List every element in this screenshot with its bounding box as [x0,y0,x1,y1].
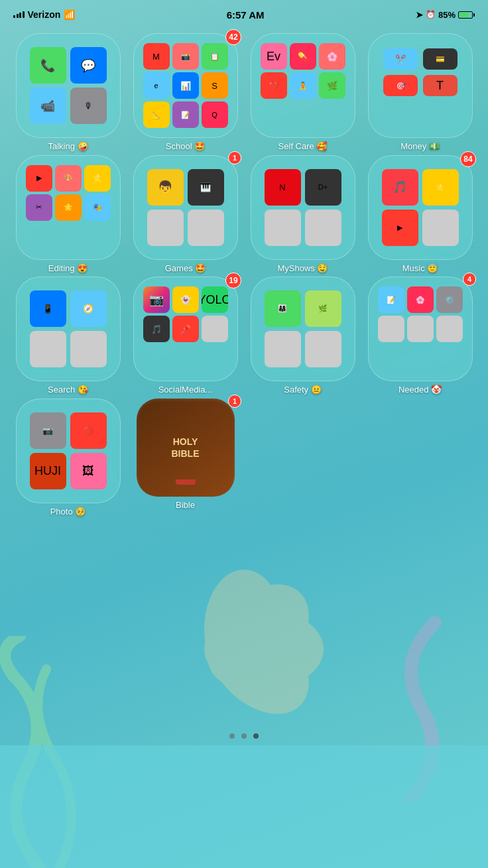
mini-app [188,210,224,246]
mini-app: 📐 [143,101,170,128]
empty-cell-2 [364,399,476,517]
folder-needed-label: Needed 🤡 [398,385,442,395]
folder-search-icon[interactable]: 📱 🧭 [16,277,121,381]
mini-app [422,210,459,246]
mini-app: 🎵 [143,316,170,342]
app-row-2: ▶ 🎨 ⭐ ✂ 🌟 🎭 Editing 😍 1 👦 🎹 [12,155,476,274]
folder-selfcare-label: Self Care 🥰 [278,141,328,152]
folder-search[interactable]: 📱 🧭 Search 😘 [12,277,124,395]
mini-app [407,316,434,342]
mini-app: 📸 [172,43,199,70]
mini-app [436,316,463,342]
folder-safety-icon[interactable]: 👨‍👩‍👧 🌿 [251,277,355,381]
signal-bars-icon [13,11,25,18]
mini-app: 🖼 [70,453,107,489]
mini-app: HUJI [30,453,66,489]
folder-selfcare-icon[interactable]: Ev 💊 🌸 ❤️ 🧘 🌿 [251,33,355,138]
badge-needed: 4 [463,273,476,286]
mini-app: YOLO [202,286,228,313]
mini-app: 📷 [143,286,170,313]
home-screen: 📞 💬 📹 🎙 Talking 🤪 42 M 📸 📋 e 📊 S [0,27,488,517]
folder-music[interactable]: 84 🎵 ⭐ ▶ Music 😇 [364,155,476,274]
folder-safety-label: Safety 😐 [284,385,321,395]
battery-percent: 85% [438,10,456,20]
empty-cell-1 [247,399,359,517]
mini-app [265,210,301,246]
page-dot-1[interactable] [229,733,235,739]
mini-app: ▶ [26,165,52,192]
folder-games-icon[interactable]: 👦 🎹 [133,155,238,260]
alarm-icon: ⏰ [426,10,436,19]
folder-editing[interactable]: ▶ 🎨 ⭐ ✂ 🌟 🎭 Editing 😍 [12,155,124,274]
folder-photo[interactable]: 📷 ⭕ HUJI 🖼 Photo 🥺 [12,399,124,517]
badge-bible: 1 [228,395,241,408]
app-row-4: 📷 ⭕ HUJI 🖼 Photo 🥺 1 HOLYBIBLE Bible [12,399,476,517]
carrier-name: Verizon [28,9,61,20]
mini-app: 🌟 [55,194,82,221]
folder-talking[interactable]: 📞 💬 📹 🎙 Talking 🤪 [12,33,124,152]
mini-app: S [202,72,228,99]
mini-app: 👨‍👩‍👧 [265,290,301,327]
mini-app: ⭐ [422,169,459,206]
folder-photo-icon[interactable]: 📷 ⭕ HUJI 🖼 [16,399,121,503]
folder-selfcare[interactable]: Ev 💊 🌸 ❤️ 🧘 🌿 Self Care 🥰 [247,33,359,152]
mini-app: ⭕ [70,412,107,449]
mini-app: 📹 [30,88,66,124]
mini-app [305,210,341,246]
carrier-signal: Verizon 📶 [13,9,75,20]
mini-app: 🌿 [305,290,341,327]
folder-myshows-label: MyShows 🤤 [278,263,328,274]
mini-app: ▶ [382,210,418,246]
folder-socialmedia-icon[interactable]: 📷 👻 YOLO 🎵 📌 [133,277,238,381]
folder-needed[interactable]: 4 📝 🌸 ⚙️ Needed 🤡 [364,277,476,395]
mini-app: 🧭 [70,290,107,327]
dock [0,745,488,868]
mini-app: N [265,169,301,206]
page-dot-2[interactable] [241,733,247,739]
folder-myshows-icon[interactable]: N D+ [251,155,355,260]
folder-school-icon[interactable]: M 📸 📋 e 📊 S 📐 📝 Q [133,33,238,138]
folder-myshows[interactable]: N D+ MyShows 🤤 [247,155,359,274]
mini-app: Ev [261,43,287,70]
folder-games[interactable]: 1 👦 🎹 Games 🤩 [129,155,241,274]
mini-app: ⚙️ [436,286,463,313]
bible-app-icon[interactable]: HOLYBIBLE [137,399,235,497]
status-bar: Verizon 📶 6:57 AM ➤ ⏰ 85% [0,0,488,27]
mini-app: 📷 [30,412,66,449]
page-dot-3-active[interactable] [253,733,259,739]
mini-app: 📱 [30,290,66,327]
mini-app: 🌿 [319,72,345,99]
mini-app: e [143,72,170,99]
folder-editing-icon[interactable]: ▶ 🎨 ⭐ ✂ 🌟 🎭 [16,155,121,260]
folder-money-icon[interactable]: ✂️ 💳 🎯 T [368,33,473,138]
folder-school-label: School 🤩 [166,141,205,152]
folder-school[interactable]: 42 M 📸 📋 e 📊 S 📐 📝 Q School 🤩 [129,33,241,152]
folder-needed-icon[interactable]: 📝 🌸 ⚙️ [368,277,473,381]
mini-app: Q [202,101,228,128]
folder-socialmedia[interactable]: 19 📷 👻 YOLO 🎵 📌 SocialMedia... [129,277,241,395]
clock: 6:57 AM [227,9,265,21]
mini-app: 🎙 [70,88,107,124]
page-dots [229,733,259,739]
mini-app: 💳 [423,48,457,70]
mini-app: 📊 [172,72,199,99]
folder-talking-icon[interactable]: 📞 💬 📹 🎙 [16,33,121,138]
folder-socialmedia-label: SocialMedia... [158,385,213,395]
mini-app [30,331,66,367]
badge-socialmedia: 19 [225,273,241,288]
app-bible[interactable]: 1 HOLYBIBLE Bible [129,399,241,517]
folder-music-label: Music 😇 [402,263,438,274]
folder-money[interactable]: ✂️ 💳 🎯 T Money 💵 [364,33,476,152]
mini-app: 👦 [147,169,184,206]
app-bible-label: Bible [176,500,195,511]
folder-photo-label: Photo 🥺 [50,507,86,517]
mini-app: 🎵 [382,169,418,206]
folder-safety[interactable]: 👨‍👩‍👧 🌿 Safety 😐 [247,277,359,395]
mini-app: 🌸 [319,43,345,70]
mini-app: D+ [305,169,341,206]
folder-music-icon[interactable]: 🎵 ⭐ ▶ [368,155,473,260]
mini-app: ⭐ [84,165,111,192]
folder-search-label: Search 😘 [48,385,88,395]
mini-app: M [143,43,170,70]
mini-app: 📝 [378,286,404,313]
